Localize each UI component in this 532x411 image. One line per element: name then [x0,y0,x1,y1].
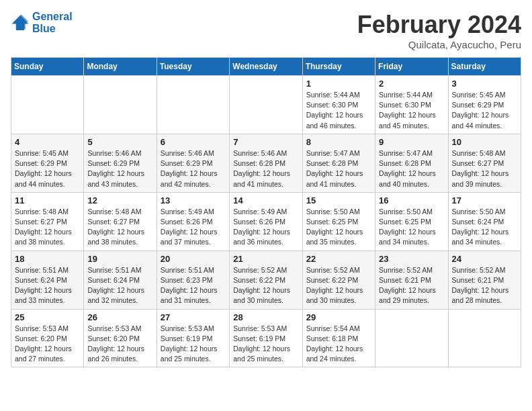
day-info: Sunrise: 5:47 AMSunset: 6:28 PMDaylight:… [379,148,444,189]
day-info: Sunrise: 5:53 AMSunset: 6:19 PMDaylight:… [161,324,226,365]
day-info: Sunrise: 5:46 AMSunset: 6:29 PMDaylight:… [161,148,226,189]
calendar-week-3: 11Sunrise: 5:48 AMSunset: 6:27 PMDayligh… [11,192,521,250]
day-number: 3 [452,79,517,89]
calendar-cell: 21Sunrise: 5:52 AMSunset: 6:22 PMDayligh… [230,250,302,309]
calendar-cell: 8Sunrise: 5:47 AMSunset: 6:28 PMDaylight… [302,134,375,192]
day-info: Sunrise: 5:49 AMSunset: 6:26 PMDaylight:… [233,207,298,248]
main-title: February 2024 [357,11,521,39]
day-info: Sunrise: 5:51 AMSunset: 6:24 PMDaylight:… [87,265,152,306]
calendar-cell: 6Sunrise: 5:46 AMSunset: 6:29 PMDaylight… [157,134,229,192]
calendar-cell [448,309,521,367]
calendar-cell: 4Sunrise: 5:45 AMSunset: 6:29 PMDaylight… [11,134,84,192]
calendar-cell: 19Sunrise: 5:51 AMSunset: 6:24 PMDayligh… [84,250,157,309]
calendar-cell: 13Sunrise: 5:49 AMSunset: 6:26 PMDayligh… [157,192,229,250]
day-number: 17 [452,195,517,205]
calendar-cell: 14Sunrise: 5:49 AMSunset: 6:26 PMDayligh… [230,192,302,250]
logo: General Blue [11,11,73,35]
calendar-cell: 3Sunrise: 5:45 AMSunset: 6:29 PMDaylight… [448,76,521,134]
logo-icon [11,13,30,32]
day-info: Sunrise: 5:51 AMSunset: 6:23 PMDaylight:… [161,265,226,306]
calendar-cell: 1Sunrise: 5:44 AMSunset: 6:30 PMDaylight… [302,76,375,134]
day-info: Sunrise: 5:44 AMSunset: 6:30 PMDaylight:… [306,90,371,131]
day-info: Sunrise: 5:48 AMSunset: 6:27 PMDaylight:… [15,207,80,248]
day-number: 11 [15,195,80,205]
day-info: Sunrise: 5:52 AMSunset: 6:22 PMDaylight:… [233,265,298,306]
calendar-week-4: 18Sunrise: 5:51 AMSunset: 6:24 PMDayligh… [11,250,521,309]
header-cell-saturday: Saturday [448,58,521,76]
day-number: 18 [15,254,80,264]
day-number: 9 [379,137,444,147]
calendar-cell: 25Sunrise: 5:53 AMSunset: 6:20 PMDayligh… [11,309,84,367]
calendar-cell [375,309,448,367]
day-info: Sunrise: 5:53 AMSunset: 6:19 PMDaylight:… [233,324,298,365]
day-number: 6 [161,137,226,147]
day-number: 16 [379,195,444,205]
calendar-cell: 22Sunrise: 5:52 AMSunset: 6:22 PMDayligh… [302,250,375,309]
day-number: 25 [15,312,80,322]
calendar-cell [230,76,302,134]
header-cell-tuesday: Tuesday [157,58,229,76]
day-number: 14 [233,195,298,205]
calendar-cell: 17Sunrise: 5:50 AMSunset: 6:24 PMDayligh… [448,192,521,250]
day-number: 20 [161,254,226,264]
calendar-week-5: 25Sunrise: 5:53 AMSunset: 6:20 PMDayligh… [11,309,521,367]
header: General Blue February 2024 Quilcata, Aya… [11,11,521,50]
logo-text: General Blue [32,11,73,35]
calendar-cell: 23Sunrise: 5:52 AMSunset: 6:21 PMDayligh… [375,250,448,309]
calendar-cell: 26Sunrise: 5:53 AMSunset: 6:20 PMDayligh… [84,309,157,367]
day-info: Sunrise: 5:46 AMSunset: 6:29 PMDaylight:… [87,148,152,189]
calendar-cell: 12Sunrise: 5:48 AMSunset: 6:27 PMDayligh… [84,192,157,250]
calendar-cell: 7Sunrise: 5:46 AMSunset: 6:28 PMDaylight… [230,134,302,192]
day-info: Sunrise: 5:48 AMSunset: 6:27 PMDaylight:… [87,207,152,248]
calendar-cell: 18Sunrise: 5:51 AMSunset: 6:24 PMDayligh… [11,250,84,309]
calendar-cell: 20Sunrise: 5:51 AMSunset: 6:23 PMDayligh… [157,250,229,309]
title-area: February 2024 Quilcata, Ayacucho, Peru [357,11,521,50]
day-number: 23 [379,254,444,264]
header-cell-thursday: Thursday [302,58,375,76]
day-info: Sunrise: 5:52 AMSunset: 6:21 PMDaylight:… [452,265,517,306]
day-info: Sunrise: 5:52 AMSunset: 6:21 PMDaylight:… [379,265,444,306]
day-number: 8 [306,137,371,147]
day-number: 10 [452,137,517,147]
day-number: 21 [233,254,298,264]
calendar-cell: 2Sunrise: 5:44 AMSunset: 6:30 PMDaylight… [375,76,448,134]
day-info: Sunrise: 5:45 AMSunset: 6:29 PMDaylight:… [452,90,517,131]
calendar-table: SundayMondayTuesdayWednesdayThursdayFrid… [11,57,521,367]
calendar-cell: 27Sunrise: 5:53 AMSunset: 6:19 PMDayligh… [157,309,229,367]
day-info: Sunrise: 5:50 AMSunset: 6:24 PMDaylight:… [452,207,517,248]
calendar-cell [157,76,229,134]
day-number: 28 [233,312,298,322]
calendar-cell: 24Sunrise: 5:52 AMSunset: 6:21 PMDayligh… [448,250,521,309]
day-number: 22 [306,254,371,264]
day-number: 19 [87,254,152,264]
day-number: 15 [306,195,371,205]
day-info: Sunrise: 5:54 AMSunset: 6:18 PMDaylight:… [306,324,371,365]
day-number: 12 [87,195,152,205]
calendar-cell: 28Sunrise: 5:53 AMSunset: 6:19 PMDayligh… [230,309,302,367]
calendar-header-row: SundayMondayTuesdayWednesdayThursdayFrid… [11,58,521,76]
calendar-cell: 29Sunrise: 5:54 AMSunset: 6:18 PMDayligh… [302,309,375,367]
day-number: 27 [161,312,226,322]
day-info: Sunrise: 5:44 AMSunset: 6:30 PMDaylight:… [379,90,444,131]
calendar-cell: 16Sunrise: 5:50 AMSunset: 6:25 PMDayligh… [375,192,448,250]
day-info: Sunrise: 5:50 AMSunset: 6:25 PMDaylight:… [306,207,371,248]
day-info: Sunrise: 5:51 AMSunset: 6:24 PMDaylight:… [15,265,80,306]
header-cell-friday: Friday [375,58,448,76]
calendar-cell: 11Sunrise: 5:48 AMSunset: 6:27 PMDayligh… [11,192,84,250]
calendar-cell [84,76,157,134]
calendar-cell [11,76,84,134]
day-number: 7 [233,137,298,147]
header-cell-wednesday: Wednesday [230,58,302,76]
calendar-cell: 9Sunrise: 5:47 AMSunset: 6:28 PMDaylight… [375,134,448,192]
day-info: Sunrise: 5:50 AMSunset: 6:25 PMDaylight:… [379,207,444,248]
day-number: 26 [87,312,152,322]
day-number: 5 [87,137,152,147]
day-info: Sunrise: 5:48 AMSunset: 6:27 PMDaylight:… [452,148,517,189]
calendar-cell: 5Sunrise: 5:46 AMSunset: 6:29 PMDaylight… [84,134,157,192]
subtitle: Quilcata, Ayacucho, Peru [357,39,521,50]
calendar-week-1: 1Sunrise: 5:44 AMSunset: 6:30 PMDaylight… [11,76,521,134]
day-number: 24 [452,254,517,264]
header-cell-sunday: Sunday [11,58,84,76]
day-info: Sunrise: 5:46 AMSunset: 6:28 PMDaylight:… [233,148,298,189]
day-number: 2 [379,79,444,89]
